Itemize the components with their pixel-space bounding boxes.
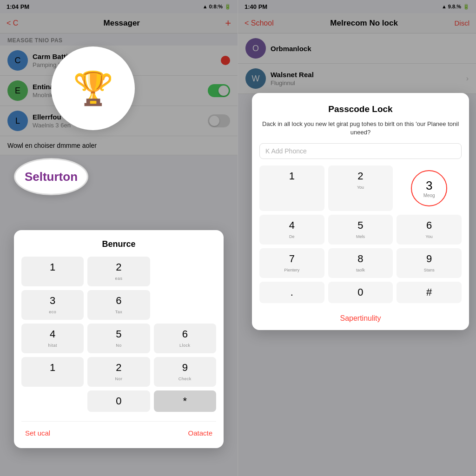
key-4-left[interactable]: 4 hitat [21,324,84,353]
set-ucal-button[interactable]: Set ucal [21,427,54,439]
selturton-label: Selturton [25,170,78,184]
key-hash-right[interactable]: # [397,282,462,303]
modal-input-right[interactable]: K Add Phonce [259,143,462,159]
key-3-right-wrap[interactable]: 3 Meog [397,165,462,211]
circle-text-selturton: Selturton [14,158,88,195]
key-empty3-left [21,390,84,412]
key-9-right[interactable]: 9 Stans [397,248,462,278]
modal-desc-right: Dack in all lock you new let girat pug t… [259,120,462,137]
trophy-icon: 🏆 [73,69,113,107]
key-4-right[interactable]: 4 De [259,215,324,245]
key-1-right[interactable]: 1 [259,165,324,211]
key-3-left[interactable]: 3 eco [21,290,84,320]
key-7-right[interactable]: 7 Pientery [259,248,324,278]
key-2b-left[interactable]: 2 Nor [87,357,150,387]
key-6b-left[interactable]: 6 Llock [154,324,216,353]
trophy-circle: 🏆 [51,46,135,130]
phone-right: 1:40 PM ▲ 9.8.% 🔋 < School Melrecom No l… [238,0,476,476]
left-modal: Benurce 1 2 eas 3 eco 6 Tax [14,230,224,448]
key-5-right[interactable]: 5 Mels [328,215,393,245]
key-8-right[interactable]: 8 taolk [328,248,393,278]
key-dot-right[interactable]: . [259,282,324,303]
key-1b-left[interactable]: 1 [21,357,84,387]
key-6-right[interactable]: 6 You [397,215,462,245]
key-3-circle: 3 Meog [411,170,447,206]
key-6a-left[interactable]: 6 Tax [87,290,150,320]
modal-footer-right: Sapertinulity [259,310,462,323]
key-5-left[interactable]: 5 No [87,324,150,353]
key-0-right[interactable]: 0 [328,282,393,303]
modal-footer-left: Set ucal Oatacte [21,421,216,439]
key-2-right[interactable]: 2 You [328,165,393,211]
key-2-left[interactable]: 2 eas [87,257,150,286]
numpad-right: 1 2 You 3 Meog 4 De 5 [259,165,462,303]
key-1-left[interactable]: 1 [21,257,84,286]
oatacte-button[interactable]: Oatacte [184,427,216,439]
modal-title-right: Passcode Lock [259,104,462,114]
right-modal: Passcode Lock Dack in all lock you new l… [252,93,469,330]
phone-left: 1:04 PM ▲ 0:8:% 🔋 < C Messager + MEASGE … [0,0,238,476]
numpad-left: 1 2 eas 3 eco 6 Tax 4 hitat [21,257,216,412]
key-0-left[interactable]: 0 [87,390,150,412]
modal-title-left: Benurce [21,239,216,249]
cancel-button-right[interactable]: Sapertinulity [340,314,381,322]
key-empty2-left [154,290,216,320]
key-9-left[interactable]: 9 Check [154,357,216,387]
key-empty-left [154,257,216,286]
key-star-left[interactable]: * [154,390,216,412]
